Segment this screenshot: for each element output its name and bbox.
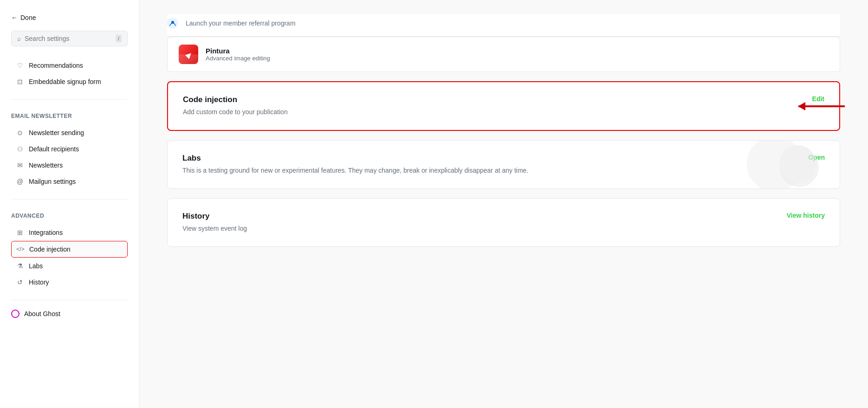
sidebar-item-label: Default recipients [29, 145, 79, 153]
search-icon: ⌕ [17, 35, 21, 42]
code-icon: </> [16, 245, 25, 253]
referral-card: Launch your member referral program [167, 14, 840, 37]
search-box[interactable]: ⌕ / [11, 31, 128, 46]
advanced-section: Advanced ⊞ Integrations </> Code injecti… [0, 205, 139, 291]
search-input[interactable] [25, 35, 112, 42]
done-button[interactable]: ← Done [0, 9, 139, 31]
sidebar-item-mailgun[interactable]: @ Mailgun settings [11, 174, 128, 189]
advanced-title: Advanced [11, 205, 128, 223]
code-injection-title: Code injection [183, 95, 801, 104]
history-title: History [182, 212, 776, 221]
sidebar-item-integrations[interactable]: ⊞ Integrations [11, 225, 128, 240]
sidebar-item-label: Newsletter sending [29, 129, 84, 136]
sidebar-item-label: Labs [29, 262, 43, 270]
labs-decoration-inner [779, 148, 819, 187]
arrow-annotation [798, 105, 845, 107]
history-view-button[interactable]: View history [787, 212, 825, 219]
sidebar-divider-2 [11, 199, 128, 200]
history-card: History View system event log View histo… [167, 198, 840, 247]
grid-icon: ⊞ [16, 228, 24, 237]
about-ghost-label: About Ghost [24, 310, 60, 317]
pintura-name: Pintura [206, 47, 270, 55]
newsletter-icon: ⊙ [16, 129, 24, 137]
recipients-icon: ⚇ [16, 145, 24, 153]
sidebar-item-embeddable-signup[interactable]: ⊡ Embeddable signup form [11, 74, 128, 90]
email-newsletter-section: Email newsletter ⊙ Newsletter sending ⚇ … [0, 105, 139, 190]
pintura-description: Advanced image editing [206, 55, 270, 62]
labs-card: Labs This is a testing ground for new or… [167, 140, 840, 189]
sidebar-item-newsletter-sending[interactable]: ⊙ Newsletter sending [11, 125, 128, 141]
sidebar-item-label: Code injection [29, 246, 71, 253]
ghost-icon [11, 310, 19, 318]
sidebar-item-labs[interactable]: ⚗ Labs [11, 258, 128, 274]
sidebar-divider-3 [11, 300, 128, 300]
standalone-section: ♡ Recommendations ⊡ Embeddable signup fo… [0, 58, 139, 90]
sidebar-item-history[interactable]: ↺ History [11, 274, 128, 290]
code-injection-description: Add custom code to your publication [183, 107, 801, 117]
labs-title: Labs [182, 154, 797, 163]
at-icon: @ [16, 177, 24, 186]
code-injection-wrapper: Code injection Add custom code to your p… [167, 81, 840, 131]
referral-text: Launch your member referral program [186, 19, 296, 27]
signup-icon: ⊡ [16, 78, 24, 86]
sidebar-item-newsletters[interactable]: ✉ Newsletters [11, 157, 128, 173]
code-injection-card: Code injection Add custom code to your p… [167, 81, 840, 131]
flask-icon: ⚗ [16, 262, 24, 270]
sidebar-item-label: Recommendations [29, 62, 83, 69]
email-newsletter-title: Email newsletter [11, 105, 128, 123]
sidebar-item-label: Newsletters [29, 162, 63, 169]
referral-icon [167, 18, 178, 29]
labs-description: This is a testing ground for new or expe… [182, 166, 797, 175]
sidebar: ← Done ⌕ / ♡ Recommendations ⊡ Embeddabl… [0, 0, 139, 408]
history-body: History View system event log [182, 212, 776, 233]
sidebar-item-default-recipients[interactable]: ⚇ Default recipients [11, 141, 128, 157]
labs-decoration [747, 140, 803, 189]
heart-icon: ♡ [16, 61, 24, 70]
sidebar-item-label: Embeddable signup form [29, 78, 101, 85]
arrow-line [798, 105, 845, 107]
arrow-head [798, 102, 805, 110]
pintura-logo [179, 45, 198, 64]
sidebar-item-label: Mailgun settings [29, 178, 76, 185]
history-description: View system event log [182, 224, 776, 233]
sidebar-item-recommendations[interactable]: ♡ Recommendations [11, 58, 128, 73]
sidebar-divider-1 [11, 99, 128, 100]
search-shortcut: / [116, 35, 122, 42]
sidebar-item-label: History [29, 278, 49, 286]
code-injection-body: Code injection Add custom code to your p… [183, 95, 801, 117]
arrow-left-icon: ← [11, 14, 18, 21]
sidebar-item-code-injection[interactable]: </> Code injection [11, 241, 128, 258]
history-icon: ↺ [16, 278, 24, 286]
mail-icon: ✉ [16, 161, 24, 169]
done-label: Done [20, 14, 36, 21]
labs-body: Labs This is a testing ground for new or… [182, 154, 797, 175]
sidebar-item-about-ghost[interactable]: About Ghost [0, 306, 139, 322]
main-content: Launch your member referral program Pint… [139, 0, 868, 408]
sidebar-item-label: Integrations [29, 229, 63, 236]
code-injection-edit-button[interactable]: Edit [812, 95, 824, 103]
pintura-card: Pintura Advanced image editing [167, 37, 840, 72]
pintura-info: Pintura Advanced image editing [206, 47, 270, 62]
